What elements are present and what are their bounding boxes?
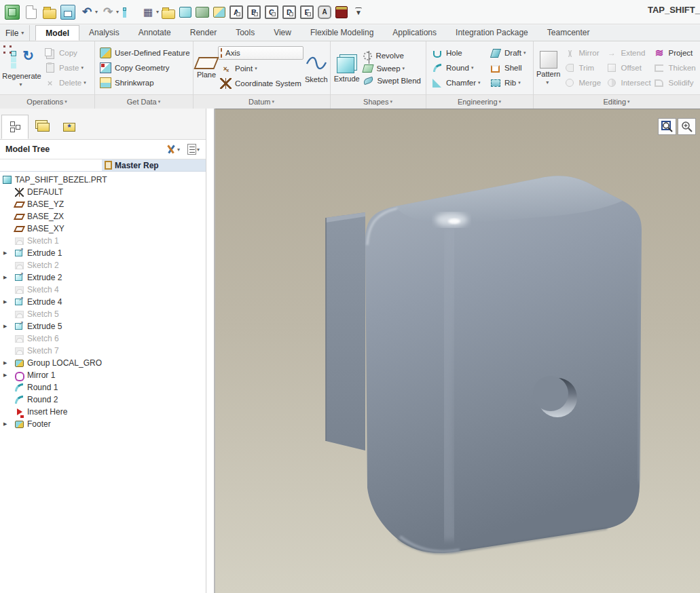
expand-arrow-icon[interactable]: ▶ — [3, 275, 7, 280]
expand-arrow-icon[interactable]: ▶ — [3, 360, 7, 366]
tree-row-footer[interactable]: ▶ Footer — [0, 418, 206, 430]
group-label-shapes[interactable]: Shapes▾ — [331, 94, 426, 109]
copy-geometry-button[interactable]: Copy Geometry — [98, 62, 192, 74]
expand-arrow-icon[interactable]: ▶ — [3, 372, 7, 378]
new-file-icon[interactable] — [26, 5, 37, 19]
group-label-engineering[interactable]: Engineering▾ — [426, 94, 533, 109]
tree-row-sketch-6[interactable]: ▶ Sketch 6 — [0, 332, 206, 345]
tab-applications[interactable]: Applications — [383, 25, 446, 41]
axis-button[interactable]: Axis — [218, 46, 303, 60]
tree-row-sketch-5[interactable]: ▶ Sketch 5 — [0, 308, 206, 320]
tree-row-round-1[interactable]: ▶ Round 1 — [0, 381, 206, 394]
shrinkwrap-button[interactable]: Shrinkwrap — [98, 77, 192, 89]
tab-flexible-modeling[interactable]: Flexible Modeling — [301, 25, 383, 41]
tab-file[interactable]: File▾ — [0, 25, 30, 41]
tree-filters-button[interactable]: ▾ — [187, 144, 200, 155]
chamfer-button[interactable]: Chamfer▾ — [429, 77, 486, 89]
tab-view[interactable]: View — [264, 25, 301, 41]
paste-button[interactable]: Paste▾ — [42, 62, 89, 74]
publish-icon[interactable] — [213, 7, 225, 18]
extend-button[interactable]: →Extend — [604, 47, 650, 59]
tree-row-extrude-4[interactable]: ▶ Extrude 4 — [0, 296, 206, 308]
tree-row-group-local-gro[interactable]: ▶ Group LOCAL_GRO — [0, 357, 206, 369]
tab-teamcenter[interactable]: Teamcenter — [538, 25, 600, 41]
tree-row-extrude-2[interactable]: ▶ Extrude 2 — [0, 271, 206, 284]
mapkey-b-icon[interactable]: B — [247, 5, 261, 19]
sketch-button[interactable]: Sketch — [305, 43, 328, 93]
model-bezel-body[interactable] — [365, 176, 642, 553]
tab-integration-package[interactable]: Integration Package — [446, 25, 538, 41]
component-icon[interactable] — [196, 7, 209, 18]
model-tap-shift-bezel[interactable] — [215, 109, 700, 593]
project-button[interactable]: ≋Project — [651, 47, 697, 59]
mapkey-c-icon[interactable]: C — [265, 5, 278, 19]
shell-button[interactable]: Shell — [487, 62, 528, 74]
tree-row-tap-shift-bezel-prt[interactable]: ▶ TAP_SHIFT_BEZEL.PRT — [0, 174, 206, 186]
offset-button[interactable]: Offset — [604, 62, 650, 74]
copy-button[interactable]: Copy — [42, 47, 89, 59]
intersect-button[interactable]: Intersect — [604, 77, 650, 89]
swept-blend-button[interactable]: Swept Blend — [361, 76, 423, 85]
thicken-button[interactable]: Thicken — [651, 62, 697, 74]
tree-row-round-2[interactable]: ▶ Round 2 — [0, 394, 206, 406]
tab-analysis[interactable]: Analysis — [79, 25, 129, 41]
expand-arrow-icon[interactable]: ▶ — [3, 250, 7, 256]
pattern-button[interactable]: Pattern ▾ — [536, 43, 560, 93]
user-defined-feature-button[interactable]: User-Defined Feature — [98, 47, 192, 59]
tab-annotate[interactable]: Annotate — [129, 25, 181, 41]
tab-favorites[interactable]: * — [56, 115, 83, 139]
trim-button[interactable]: Trim — [561, 62, 602, 74]
close-window-icon[interactable] — [162, 9, 175, 19]
group-label-datum[interactable]: Datum▾ — [194, 94, 330, 109]
group-label-get-data[interactable]: Get Data▾ — [95, 94, 193, 109]
mapkey-e-icon[interactable]: E — [300, 5, 314, 19]
plane-button[interactable]: Plane — [196, 43, 217, 93]
save-icon[interactable] — [60, 5, 75, 20]
hole-button[interactable]: Hole — [429, 47, 486, 59]
tree-row-base-zx[interactable]: ▶ BASE_ZX — [0, 210, 206, 223]
3d-viewport[interactable] — [215, 109, 700, 593]
tab-render[interactable]: Render — [181, 25, 226, 41]
creo-logo[interactable] — [5, 5, 20, 20]
sweep-button[interactable]: Sweep▾ — [361, 64, 423, 73]
zoom-in-button[interactable] — [678, 118, 696, 135]
mapkey-round-a-icon[interactable]: A — [318, 5, 331, 19]
mapkey-d-icon[interactable]: D — [282, 5, 296, 19]
revolve-button[interactable]: Revolve — [361, 51, 423, 61]
redo-button[interactable]: ↷ — [100, 5, 115, 20]
group-label-editing[interactable]: Editing▾ — [534, 94, 700, 109]
tree-row-extrude-1[interactable]: ▶ Extrude 1 — [0, 247, 206, 259]
windows-icon-dropdown[interactable]: ▾ — [156, 9, 159, 15]
zoom-box-button[interactable] — [658, 118, 676, 135]
group-label-operations[interactable]: Operations▾ — [0, 94, 94, 109]
pattern-dropdown-icon[interactable]: ▾ — [546, 79, 549, 85]
panel-splitter[interactable] — [206, 109, 215, 593]
tab-folder-browser[interactable] — [29, 115, 56, 139]
tree-row-default[interactable]: ▶ DEFAULT — [0, 186, 206, 198]
redo-button-dropdown[interactable]: ▾ — [116, 9, 119, 15]
extrude-button[interactable]: Extrude — [333, 43, 360, 93]
tree-row-base-xy[interactable]: ▶ BASE_XY — [0, 223, 206, 235]
rib-button[interactable]: Rib▾ — [487, 77, 528, 89]
tree-settings-button[interactable]: ▾ — [166, 144, 181, 155]
regenerate-icon[interactable] — [122, 5, 136, 20]
expand-arrow-icon[interactable]: ▶ — [3, 299, 7, 305]
tab-tools[interactable]: Tools — [226, 25, 264, 41]
tree-row-sketch-4[interactable]: ▶ Sketch 4 — [0, 284, 206, 296]
solidify-button[interactable]: Solidify — [651, 77, 697, 89]
master-rep-header[interactable]: Master Rep — [102, 159, 206, 171]
tree-row-base-yz[interactable]: ▶ BASE_YZ — [0, 198, 206, 210]
tree-row-sketch-7[interactable]: ▶ Sketch 7 — [0, 345, 206, 357]
delete-button[interactable]: ×Delete▾ — [42, 77, 89, 89]
tree-row-extrude-5[interactable]: ▶ Extrude 5 — [0, 320, 206, 332]
open-file-icon[interactable] — [43, 9, 56, 19]
mapkey-a-icon[interactable]: A — [229, 5, 243, 19]
tree-row-sketch-2[interactable]: ▶ Sketch 2 — [0, 259, 206, 271]
draft-button[interactable]: Draft▾ — [487, 47, 528, 59]
tree-row-mirror-1[interactable]: ▶ Mirror 1 — [0, 369, 206, 381]
undo-button[interactable]: ↶ — [79, 5, 94, 20]
model-back-boss[interactable] — [326, 212, 365, 451]
tab-model-tree[interactable] — [1, 115, 29, 139]
regenerate-dropdown-icon[interactable]: ▾ — [19, 81, 22, 88]
tree-row-sketch-1[interactable]: ▶ Sketch 1 — [0, 235, 206, 247]
